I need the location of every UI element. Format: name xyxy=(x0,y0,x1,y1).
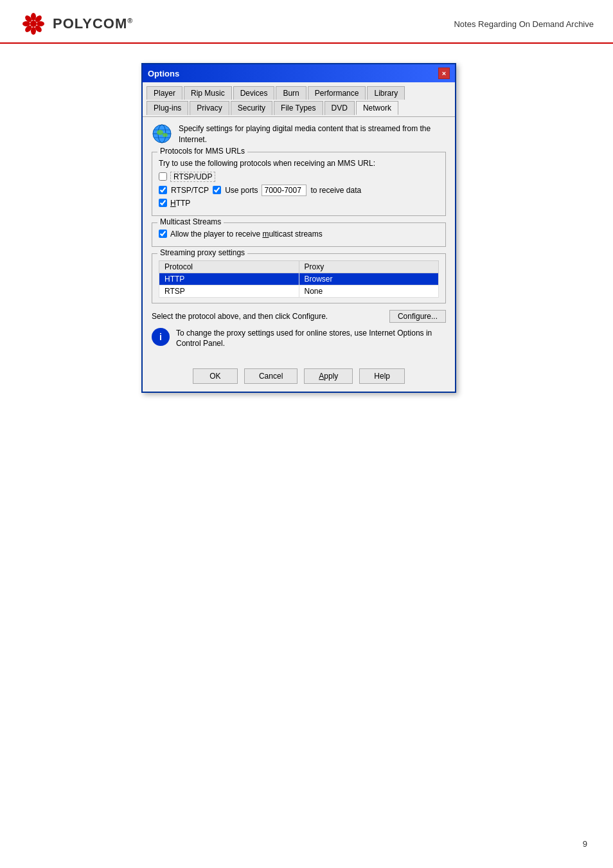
multicast-row: Allow the player to receive multicast st… xyxy=(159,230,439,239)
rtsp-tcp-label: RTSP/TCP xyxy=(171,186,209,195)
svg-point-15 xyxy=(163,133,168,137)
use-ports-label: Use ports xyxy=(225,186,258,195)
http-proxy-cell: Browser xyxy=(299,273,438,285)
streaming-proxy-group: Streaming proxy settings Protocol Proxy … xyxy=(152,253,446,303)
protocols-sub-text: Try to use the following protocols when … xyxy=(159,159,439,168)
tab-security[interactable]: Security xyxy=(231,101,272,115)
proxy-column-header: Proxy xyxy=(299,260,438,273)
svg-point-0 xyxy=(30,21,37,27)
dialog-buttons: OK Cancel Apply Help xyxy=(143,362,455,392)
proxy-table: Protocol Proxy HTTP Browser RTSP N xyxy=(159,260,439,298)
dialog-close-button[interactable]: × xyxy=(438,68,450,79)
svg-point-14 xyxy=(157,130,163,135)
tab-row-1: Player Rip Music Devices Burn Performanc… xyxy=(147,86,451,100)
protocol-column-header: Protocol xyxy=(159,260,299,273)
http-row: HTTP xyxy=(159,199,439,208)
dialog-content: Specify settings for playing digital med… xyxy=(143,116,455,362)
ports-input[interactable] xyxy=(262,185,306,196)
streaming-proxy-group-label: Streaming proxy settings xyxy=(157,248,247,257)
ok-button[interactable]: OK xyxy=(193,368,238,384)
cancel-button[interactable]: Cancel xyxy=(244,368,298,384)
streaming-proxy-content: Protocol Proxy HTTP Browser RTSP N xyxy=(159,260,439,298)
use-ports-checkbox[interactable] xyxy=(213,186,221,194)
multicast-content: Allow the player to receive multicast st… xyxy=(159,230,439,239)
tab-network[interactable]: Network xyxy=(356,101,398,115)
tab-burn[interactable]: Burn xyxy=(276,86,306,100)
apply-button[interactable]: Apply xyxy=(304,368,353,384)
logo-area: POLYCOM® xyxy=(19,12,133,36)
rtsp-udp-label: RTSP/UDP xyxy=(170,172,215,182)
rtsp-proxy-cell: None xyxy=(299,285,438,297)
protocols-content: Try to use the following protocols when … xyxy=(159,159,439,208)
multicast-group-label: Multicast Streams xyxy=(157,217,224,226)
options-dialog: Options × Player Rip Music Devices Burn … xyxy=(141,63,456,393)
tab-privacy[interactable]: Privacy xyxy=(190,101,229,115)
tab-dvd[interactable]: DVD xyxy=(324,101,355,115)
protocols-group: Protocols for MMS URLs Try to use the fo… xyxy=(152,152,446,216)
page-number: 9 xyxy=(583,839,587,849)
http-protocol-cell: HTTP xyxy=(159,273,299,285)
configure-text: Select the protocol above, and then clic… xyxy=(152,312,328,321)
header: POLYCOM® Notes Regarding On Demand Archi… xyxy=(0,0,613,44)
tab-row-2: Plug-ins Privacy Security File Types DVD… xyxy=(147,101,451,115)
rtsp-protocol-cell: RTSP xyxy=(159,285,299,297)
dialog-titlebar: Options × xyxy=(143,64,455,82)
rtsp-udp-row: RTSP/UDP xyxy=(159,172,439,182)
main-content: Options × Player Rip Music Devices Burn … xyxy=(0,44,613,393)
tab-devices[interactable]: Devices xyxy=(233,86,275,100)
multicast-label: Allow the player to receive multicast st… xyxy=(170,230,323,239)
intro-text: Specify settings for playing digital med… xyxy=(179,123,446,145)
tab-rip-music[interactable]: Rip Music xyxy=(184,86,232,100)
configure-row: Select the protocol above, and then clic… xyxy=(152,310,446,323)
multicast-group: Multicast Streams Allow the player to re… xyxy=(152,222,446,247)
protocols-group-label: Protocols for MMS URLs xyxy=(157,147,247,156)
globe-icon xyxy=(152,123,172,144)
rtsp-udp-checkbox[interactable] xyxy=(159,172,167,181)
rtsp-tcp-checkbox[interactable] xyxy=(159,186,167,194)
polycom-logo-icon xyxy=(19,12,48,36)
table-row[interactable]: RTSP None xyxy=(159,285,439,297)
configure-button[interactable]: Configure... xyxy=(389,310,446,323)
tab-player[interactable]: Player xyxy=(147,86,182,100)
dialog-title: Options xyxy=(148,69,179,78)
to-receive-data-label: to receive data xyxy=(310,186,361,195)
tabs-area: Player Rip Music Devices Burn Performanc… xyxy=(143,82,455,115)
tab-performance[interactable]: Performance xyxy=(308,86,366,100)
tab-file-types[interactable]: File Types xyxy=(274,101,323,115)
intro-section: Specify settings for playing digital med… xyxy=(152,123,446,145)
info-text: To change the proxy settings used for on… xyxy=(176,328,446,350)
tab-library[interactable]: Library xyxy=(367,86,405,100)
table-row[interactable]: HTTP Browser xyxy=(159,273,439,285)
help-button[interactable]: Help xyxy=(359,368,405,384)
info-section: i To change the proxy settings used for … xyxy=(152,328,446,350)
rtsp-tcp-row: RTSP/TCP Use ports to receive data xyxy=(159,185,439,196)
http-label: HTTP xyxy=(170,199,190,208)
header-title: Notes Regarding On Demand Archive xyxy=(454,19,594,29)
multicast-checkbox[interactable] xyxy=(159,230,167,238)
logo-text: POLYCOM® xyxy=(53,15,133,32)
http-checkbox[interactable] xyxy=(159,199,167,207)
tab-plugins[interactable]: Plug-ins xyxy=(147,101,188,115)
info-icon: i xyxy=(152,328,170,346)
